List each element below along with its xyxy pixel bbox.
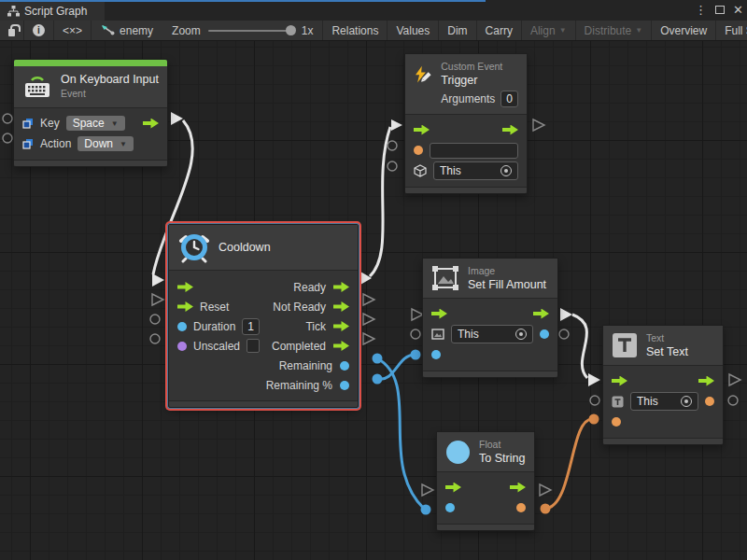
port-key-outer[interactable] bbox=[3, 114, 12, 123]
flow-in-port[interactable] bbox=[414, 125, 430, 135]
port-notready-outer[interactable] bbox=[363, 294, 374, 305]
overview-button[interactable]: Overview bbox=[652, 21, 716, 40]
node-on-keyboard-input[interactable]: On Keyboard Input Event Key Space▼ bbox=[13, 59, 168, 167]
node-footer bbox=[14, 160, 167, 166]
crosshair-icon[interactable] bbox=[515, 329, 527, 340]
node-text-set-text[interactable]: Text Set Text This bbox=[602, 325, 724, 445]
node-float-to-string[interactable]: Float To String bbox=[436, 431, 535, 531]
string-out-port[interactable] bbox=[516, 503, 526, 512]
hierarchy-icon bbox=[7, 6, 20, 17]
port-tick-outer[interactable] bbox=[363, 314, 374, 325]
node-title: On Keyboard Input bbox=[61, 73, 159, 86]
text-value-in-port[interactable] bbox=[612, 417, 621, 427]
completed-out-port[interactable] bbox=[333, 341, 349, 351]
float-in-port[interactable] bbox=[445, 503, 455, 512]
tab-script-graph[interactable]: Script Graph bbox=[0, 2, 105, 21]
ready-out-port[interactable] bbox=[333, 282, 349, 292]
carry-button[interactable]: Carry bbox=[477, 21, 522, 40]
port-completed-outer[interactable] bbox=[363, 333, 374, 344]
image-frame-icon bbox=[431, 329, 444, 340]
fullscreen-button[interactable]: Full Screen bbox=[716, 21, 747, 40]
port-float-flowin-outer[interactable] bbox=[422, 484, 433, 496]
image-out-port[interactable] bbox=[540, 329, 549, 339]
node-image-set-fill-amount[interactable]: Image Set Fill Amount This bbox=[422, 258, 558, 378]
tick-out-port[interactable] bbox=[333, 321, 349, 331]
flow-in-port[interactable] bbox=[445, 483, 461, 493]
argument-value-port[interactable] bbox=[414, 146, 423, 155]
lightning-pencil-icon bbox=[414, 61, 432, 91]
values-button[interactable]: Values bbox=[388, 21, 439, 40]
graph-breadcrumb[interactable]: enemy bbox=[92, 21, 162, 40]
graph-canvas[interactable]: On Keyboard Input Event Key Space▼ bbox=[0, 41, 747, 560]
lock-button[interactable] bbox=[0, 21, 24, 40]
node-custom-event[interactable]: Custom Event Trigger Arguments 0 bbox=[404, 53, 528, 194]
key-dropdown[interactable]: Space▼ bbox=[66, 116, 125, 131]
port-image-out-outer[interactable] bbox=[559, 329, 569, 339]
port-event-flowout-outer[interactable] bbox=[533, 119, 544, 131]
port-label-key: Key bbox=[40, 117, 60, 130]
port-label-action: Action bbox=[40, 137, 71, 150]
flow-out-port[interactable] bbox=[533, 309, 549, 319]
flow-in-port[interactable] bbox=[612, 376, 627, 386]
flow-out-port[interactable] bbox=[698, 376, 714, 386]
target-field[interactable]: This bbox=[451, 325, 533, 343]
target-field[interactable]: This bbox=[630, 392, 698, 411]
relations-button[interactable]: Relations bbox=[323, 21, 388, 40]
crosshair-icon[interactable] bbox=[681, 396, 692, 407]
window-close-icon[interactable]: ✕ bbox=[733, 3, 743, 17]
image-frame-icon bbox=[431, 265, 459, 291]
duration-in-port[interactable] bbox=[177, 322, 187, 331]
window-maximize-icon[interactable] bbox=[715, 6, 725, 14]
info-button[interactable]: i bbox=[24, 21, 54, 40]
flow-out-port[interactable] bbox=[502, 125, 518, 135]
wire-tostring-to-settext[interactable] bbox=[541, 414, 599, 514]
flow-in-port[interactable] bbox=[431, 309, 447, 319]
action-dropdown[interactable]: Down▼ bbox=[78, 136, 134, 151]
port-event-arg-outer[interactable] bbox=[388, 141, 397, 150]
keyboard-icon bbox=[22, 74, 52, 100]
port-text-out-outer[interactable] bbox=[728, 396, 738, 405]
node-cooldown[interactable]: Cooldown Ready Reset Not Ready Duration … bbox=[168, 224, 359, 408]
code-preview-button[interactable]: <×> bbox=[54, 21, 92, 40]
unscaled-in-port[interactable] bbox=[177, 342, 187, 351]
zoom-label: Zoom bbox=[172, 24, 201, 37]
notready-out-port[interactable] bbox=[333, 301, 349, 312]
target-field[interactable]: This bbox=[433, 161, 518, 180]
flow-out-port[interactable] bbox=[143, 119, 159, 129]
dim-button[interactable]: Dim bbox=[439, 21, 476, 40]
port-image-target-outer[interactable] bbox=[411, 329, 420, 339]
graph-toolbar: i <×> enemy Zoom 1x Relations Values Dim… bbox=[0, 21, 747, 41]
zoom-slider-handle[interactable] bbox=[286, 25, 296, 35]
remaining-out-port[interactable] bbox=[340, 361, 349, 371]
flow-in-port[interactable] bbox=[177, 282, 193, 292]
fill-amount-in-port[interactable] bbox=[431, 350, 441, 359]
window-menu-icon[interactable]: ⋮ bbox=[695, 3, 707, 17]
input-binding-icon bbox=[22, 138, 34, 149]
unscaled-checkbox[interactable] bbox=[247, 339, 260, 353]
port-reset-outer[interactable] bbox=[152, 294, 163, 305]
align-dropdown-button[interactable]: Align▼ bbox=[522, 21, 576, 40]
reset-in-port[interactable] bbox=[177, 301, 193, 312]
crosshair-icon[interactable] bbox=[500, 165, 512, 176]
port-action-outer[interactable] bbox=[3, 133, 12, 143]
flow-out-port[interactable] bbox=[510, 483, 526, 493]
title-bar: Script Graph ⋮ ✕ bbox=[0, 0, 747, 21]
remaining-pct-out-port[interactable] bbox=[340, 381, 349, 390]
zoom-slider[interactable] bbox=[208, 30, 294, 32]
wire-ready-to-customevent[interactable] bbox=[360, 119, 402, 285]
port-duration-outer[interactable] bbox=[150, 315, 160, 324]
argument-value-field[interactable] bbox=[430, 143, 518, 159]
port-text-flowout-outer[interactable] bbox=[729, 374, 740, 385]
port-event-target-outer[interactable] bbox=[388, 161, 397, 171]
port-unscaled-outer[interactable] bbox=[150, 334, 160, 343]
wire-remainingpct-to-fillamount[interactable] bbox=[373, 350, 421, 385]
wire-image-to-settext[interactable] bbox=[560, 308, 600, 386]
distribute-dropdown-button[interactable]: Distribute▼ bbox=[576, 21, 653, 40]
port-text-target-outer[interactable] bbox=[590, 396, 599, 405]
port-float-flowout-outer[interactable] bbox=[540, 484, 551, 496]
event-accent-bar bbox=[14, 60, 167, 66]
text-out-port[interactable] bbox=[705, 397, 714, 406]
duration-field[interactable]: 1 bbox=[242, 318, 260, 335]
arguments-field[interactable]: 0 bbox=[500, 91, 518, 107]
port-label-tick: Tick bbox=[305, 320, 326, 333]
